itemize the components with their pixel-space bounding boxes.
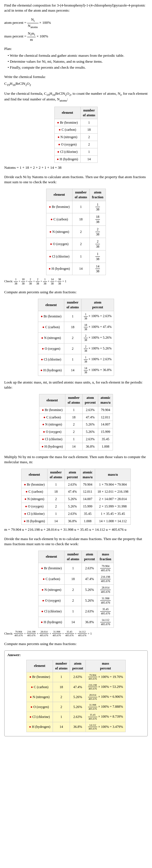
- col-ap-3: atompercent: [81, 299, 114, 311]
- atoms-br-1: 1: [80, 119, 98, 126]
- ap-o-4: 5.26%: [82, 428, 98, 436]
- table-row: O (oxygen) 2 5.26% 31.998405.676 × 100% …: [27, 702, 125, 712]
- compute-atom-pct-text: Compute atom percents using the atom fra…: [4, 290, 148, 295]
- el-br-2: Br (bromine): [46, 201, 72, 213]
- atomic-mass-section: Look up the atomic mass, mi, in unified …: [4, 380, 148, 390]
- ap-c-3: 1838 × 100% = 47.4%: [81, 322, 114, 333]
- at-c-2: 18: [72, 213, 89, 226]
- table-row: N (nitrogen) 2 238 × 100% = 5.26%: [38, 333, 114, 343]
- at-o-ans: 2: [53, 702, 70, 712]
- ap-n-3: 238 × 100% = 5.26%: [81, 333, 114, 343]
- el-c-3: C (carbon): [38, 322, 64, 333]
- am-br-4: 79.904: [98, 406, 113, 413]
- at-br-2: 1: [72, 201, 89, 213]
- col-element-2: element: [46, 189, 72, 201]
- ap-h-4: 36.8%: [82, 443, 98, 450]
- natoms-eq: Natoms = 1 + 18 + 2 + 2 + 1 + 14 = 38: [4, 165, 148, 170]
- table-row: H (hydrogen) 14 36.8% 14.112405.676: [38, 617, 114, 627]
- answer-table: element numberof atoms atompercent massp…: [26, 660, 125, 732]
- table-row: Br (bromine) 1 2.63% 79.904: [39, 406, 113, 413]
- element-o-1: O (oxygen): [54, 141, 80, 148]
- table-row: H (hydrogen) 14 36.8% 1.008 14 × 1.008 =…: [21, 517, 131, 525]
- at-cl-5: 1: [47, 510, 65, 517]
- table-row: Br (bromine) 1 2.63% 79.904405.676 × 100…: [27, 672, 125, 682]
- col-at-6: numberof atoms: [65, 551, 82, 563]
- el-cl-ans: Cl (chlorine): [27, 712, 53, 722]
- at-h-5: 14: [47, 517, 65, 525]
- intro-text: Find the elemental composition for 3-(4-…: [4, 3, 148, 13]
- formulas-section: atom percent = NiNatoms × 100% mass perc…: [4, 17, 148, 42]
- col-el-5: element: [21, 469, 47, 481]
- ap-n-6: 5.26%: [81, 584, 97, 595]
- mf-cl-6: 35.45405.676: [98, 606, 114, 617]
- col-fraction-2: atomfraction: [89, 189, 106, 201]
- plan-bullet-3: • Finally, compute the percents and chec…: [8, 65, 148, 70]
- table-row: Cl (chlorine) 1 2.63% 35.45: [39, 436, 113, 443]
- table-row: Cl (chlorine) 1 2.63% 35.45405.676 × 100…: [27, 712, 125, 722]
- col-at-ans: numberof atoms: [53, 660, 70, 672]
- formula-label: Write the chemical formula:: [4, 74, 148, 80]
- at-n-3: 2: [64, 333, 81, 343]
- ap-br-5: 2.63%: [65, 481, 80, 488]
- mu-br-5: 1 × 79.904 = 79.904: [95, 481, 131, 488]
- el-o-5: O (oxygen): [21, 503, 47, 510]
- mp-cl-ans: 35.45405.676 × 100% = 8.739%: [85, 712, 125, 722]
- el-c-ans: C (carbon): [27, 682, 53, 692]
- at-br-5: 1: [47, 481, 65, 488]
- table-row: N (nitrogen) 2 5.26% 14.007 2 × 14.007 =…: [21, 496, 131, 503]
- atoms-h-1: 14: [80, 155, 98, 163]
- atoms-cl-1: 1: [80, 148, 98, 155]
- table5-section: element numberof atoms atompercent atomi…: [4, 469, 148, 532]
- col-el-4: element: [39, 394, 65, 406]
- at-h-6: 14: [65, 617, 82, 627]
- at-cl-6: 1: [65, 606, 82, 617]
- ap-c-4: 47.4%: [82, 413, 98, 421]
- table-row: H (hydrogen) 14 36.8% 1.008: [39, 443, 113, 450]
- plan-bullet-2: • Determine values for Ni, mi, Natoms, a…: [8, 59, 148, 64]
- use-formula-text: Use the chemical formula, C19H16BrClN2O2…: [4, 91, 148, 103]
- table-row: N (nitrogen) 2 5.26% 14.007: [39, 421, 113, 428]
- el-h-6: H (hydrogen): [38, 617, 65, 627]
- at-br-6: 1: [65, 563, 82, 574]
- compute-mass-pct-section: Compute mass percents using the mass fra…: [4, 641, 148, 647]
- at-cl-3: 1: [64, 354, 81, 365]
- atoms-count-table: element numberof atoms Br (bromine) 1 C …: [54, 107, 98, 163]
- col-atoms-2: numberof atoms: [72, 189, 89, 201]
- el-h-3: H (hydrogen): [38, 365, 64, 376]
- col-ap-5: atompercent: [65, 469, 80, 481]
- table-row: H (hydrogen) 14 36.8% 14.112405.676 × 10…: [27, 722, 125, 732]
- mu-o-5: 2 × 15.999 = 31.998: [95, 503, 131, 510]
- check-fractions: Check: 138 + 1838 + 238 + 238 + 138 + 14…: [4, 277, 148, 286]
- table-row: H (hydrogen) 14 1438: [46, 263, 106, 275]
- table1-section: element numberof atoms Br (bromine) 1 C …: [4, 107, 148, 170]
- table-row: O (oxygen) 2 238: [46, 238, 106, 250]
- answer-section: Answer: element numberof atoms atomperce…: [4, 650, 148, 736]
- table-row: C (carbon) 18 47.4% 12.011 18 × 12.011 =…: [21, 488, 131, 496]
- at-cl-2: 1: [72, 250, 89, 263]
- el-c-4: C (carbon): [39, 413, 65, 421]
- mp-c-ans: 216.198405.676 × 100% = 53.29%: [85, 682, 125, 692]
- table-row: C (carbon) 18 47.4% 216.198405.676: [38, 574, 114, 584]
- col-mp-ans: masspercent: [85, 660, 125, 672]
- use-formula-section: Use the chemical formula, C19H16BrClN2O2…: [4, 91, 148, 103]
- el-n-6: N (nitrogen): [38, 584, 65, 595]
- at-h-ans: 14: [53, 722, 70, 732]
- ap-h-5: 36.8%: [65, 517, 80, 525]
- compute-atom-pct-section: Compute atom percents using the atom fra…: [4, 290, 148, 295]
- at-o-5: 2: [47, 503, 65, 510]
- col-ap-ans: atompercent: [70, 660, 85, 672]
- mass-calc-table: element numberof atoms atompercent atomi…: [21, 469, 131, 525]
- table-row: Br (bromine) 1 138: [46, 201, 106, 213]
- el-c-5: C (carbon): [21, 488, 47, 496]
- table4-section: element numberof atoms atompercent atomi…: [4, 394, 148, 450]
- ap-br-3: 138 × 100% = 2.63%: [81, 311, 114, 322]
- mass-percent-formula: mass percent = Nimim × 100%: [4, 31, 148, 42]
- mp-n-ans: 28.014405.676 × 100% = 6.906%: [85, 692, 125, 702]
- table-row: C (carbon) 18: [54, 126, 98, 134]
- col-element-1: element: [54, 107, 80, 119]
- el-h-5: H (hydrogen): [21, 517, 47, 525]
- at-o-4: 2: [65, 428, 82, 436]
- table-row: C (carbon) 18 47.4% 216.198405.676 × 100…: [27, 682, 125, 692]
- col-el-3: element: [38, 299, 64, 311]
- intro-paragraph: Find the elemental composition for 3-(4-…: [4, 3, 148, 13]
